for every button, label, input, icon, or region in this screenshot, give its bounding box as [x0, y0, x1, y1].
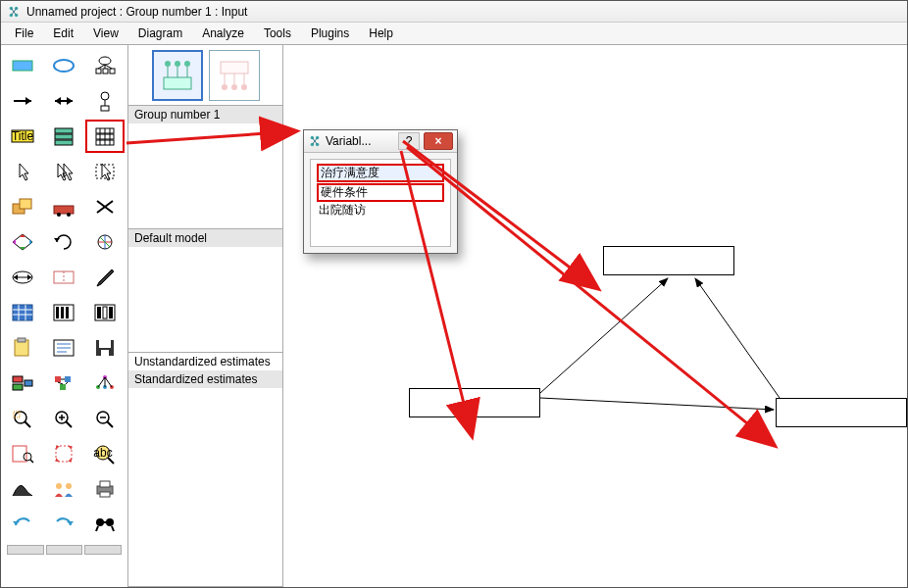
tool-text-output-icon[interactable]	[44, 331, 83, 365]
svg-rect-23	[55, 128, 73, 133]
diagram-canvas[interactable]	[283, 45, 907, 587]
menu-help[interactable]: Help	[359, 24, 403, 42]
tool-error-icon[interactable]	[85, 84, 125, 118]
output-view-button[interactable]	[209, 50, 260, 101]
svg-line-102	[107, 421, 113, 427]
menu-view[interactable]: View	[83, 24, 128, 42]
svg-rect-62	[56, 307, 59, 318]
diagram-node-top[interactable]	[603, 246, 734, 275]
diagram-node-left[interactable]	[409, 388, 540, 417]
svg-rect-9	[110, 69, 115, 74]
svg-rect-35	[54, 206, 74, 214]
toolbox-scroll[interactable]	[1, 545, 127, 559]
variables-dialog[interactable]: Variabl... ? × 治疗满意度 硬件条件 出院随访	[303, 129, 458, 254]
tool-move-icon[interactable]	[44, 190, 83, 223]
tool-redo-icon[interactable]	[44, 508, 83, 541]
svg-rect-119	[100, 492, 110, 497]
menu-file[interactable]: File	[5, 24, 43, 42]
tool-object-props-icon[interactable]	[3, 367, 42, 400]
tool-ellipse-icon[interactable]	[44, 49, 83, 82]
tool-drag-props-icon[interactable]	[44, 367, 83, 400]
svg-marker-120	[13, 521, 20, 525]
tool-covariance-icon[interactable]	[44, 84, 83, 118]
tool-rectangle-icon[interactable]	[3, 49, 42, 82]
estimates-list[interactable]: Unstandardized estimates Standardized es…	[128, 353, 282, 587]
tool-print-icon[interactable]	[85, 472, 125, 506]
variables-dialog-titlebar[interactable]: Variabl... ? ×	[304, 130, 457, 153]
app-window: Unnamed project : Group number 1 : Input…	[0, 0, 908, 588]
groups-list[interactable]: Group number 1	[128, 106, 282, 229]
menu-analyze[interactable]: Analyze	[192, 24, 254, 42]
menu-tools[interactable]: Tools	[254, 24, 301, 42]
svg-point-6	[99, 57, 111, 65]
svg-marker-42	[29, 239, 32, 245]
svg-text:Title: Title	[12, 129, 34, 143]
tool-spec-search-icon[interactable]	[85, 508, 125, 541]
variable-item-2[interactable]: 出院随访	[317, 203, 444, 218]
svg-rect-76	[99, 340, 111, 348]
tool-erase-icon[interactable]	[85, 190, 125, 223]
svg-line-142	[540, 398, 774, 410]
models-list[interactable]: Default model	[128, 229, 282, 353]
dialog-help-button[interactable]: ?	[398, 132, 420, 150]
standardized-item[interactable]: Standardized estimates	[128, 370, 282, 388]
tool-move-param-icon[interactable]	[3, 261, 42, 294]
tool-deselect-icon[interactable]	[85, 155, 125, 188]
tool-fit-page-icon[interactable]	[44, 437, 83, 470]
tool-latent-icon[interactable]	[85, 49, 125, 82]
svg-rect-20	[101, 106, 109, 111]
menu-edit[interactable]: Edit	[43, 24, 83, 42]
menu-diagram[interactable]: Diagram	[128, 24, 192, 42]
tool-bayesian-icon[interactable]	[3, 472, 42, 506]
tool-zoom-area-icon[interactable]	[3, 402, 42, 435]
variable-item-1[interactable]: 硬件条件	[317, 183, 444, 202]
dialog-close-button[interactable]: ×	[424, 132, 453, 150]
tool-path-arrow-icon[interactable]	[3, 84, 42, 118]
group-list-item[interactable]: Group number 1	[128, 106, 282, 123]
window-title: Unnamed project : Group number 1 : Input	[26, 5, 247, 19]
tool-multigroup-icon[interactable]	[44, 472, 83, 506]
menu-plugins[interactable]: Plugins	[301, 24, 359, 42]
tool-variables-dataset-icon[interactable]	[44, 120, 83, 153]
tool-calculate-icon[interactable]	[85, 296, 125, 329]
tool-select-one-icon[interactable]	[3, 155, 42, 188]
tool-zoom-out-icon[interactable]	[85, 402, 125, 435]
tool-loupe-icon[interactable]: abc	[85, 437, 125, 470]
tool-preserve-sym-icon[interactable]	[85, 367, 125, 400]
input-view-button[interactable]	[152, 50, 203, 101]
tool-analysis-props-icon[interactable]	[44, 296, 83, 329]
tool-scroll-icon[interactable]	[44, 261, 83, 294]
model-list-item[interactable]: Default model	[128, 229, 282, 247]
svg-rect-124	[103, 521, 107, 523]
tool-copy-icon[interactable]	[3, 190, 42, 223]
tool-data-files-icon[interactable]	[3, 296, 42, 329]
svg-marker-16	[55, 97, 61, 105]
tool-zoom-page-icon[interactable]	[3, 437, 42, 470]
tool-touch-up-icon[interactable]	[85, 261, 125, 294]
tool-zoom-in-icon[interactable]	[44, 402, 83, 435]
svg-marker-111	[68, 458, 72, 462]
tool-copy-clipboard-icon[interactable]	[3, 331, 42, 365]
tool-undo-icon[interactable]	[3, 508, 42, 541]
variables-listbox[interactable]: 治疗满意度 硬件条件 出院随访	[310, 159, 451, 247]
tool-shape-change-icon[interactable]	[3, 225, 42, 259]
unstandardized-item[interactable]: Unstandardized estimates	[128, 353, 282, 370]
svg-point-127	[165, 61, 171, 67]
variable-item-0[interactable]: 治疗满意度	[317, 164, 444, 182]
tool-rotate-icon[interactable]	[44, 225, 83, 259]
svg-rect-25	[55, 140, 73, 145]
tool-reflect-icon[interactable]	[85, 225, 125, 259]
tool-title-icon[interactable]: Title	[3, 120, 42, 153]
tool-select-all-icon[interactable]	[44, 155, 83, 188]
tool-save-icon[interactable]	[85, 331, 125, 365]
tool-variables-model-icon[interactable]	[85, 120, 125, 153]
svg-point-128	[175, 61, 180, 67]
svg-marker-108	[56, 446, 60, 450]
svg-rect-140	[221, 62, 248, 74]
toolbox: Title	[1, 45, 128, 587]
svg-rect-107	[56, 446, 72, 462]
svg-rect-64	[66, 307, 69, 318]
svg-marker-45	[54, 238, 60, 242]
diagram-node-right[interactable]	[776, 398, 907, 427]
svg-rect-133	[164, 77, 191, 89]
